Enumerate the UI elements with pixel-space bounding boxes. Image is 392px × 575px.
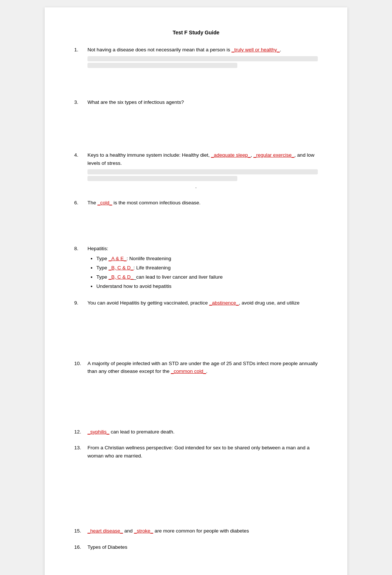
spacer: [74, 129, 318, 144]
page-title: Test F Study Guide: [74, 30, 318, 35]
q1-text: Not having a disease does not necessaril…: [87, 46, 318, 54]
q1-highlight: _truly well or healthy_: [231, 47, 280, 52]
q12-text: _syphilis_ can lead to premature death.: [87, 428, 318, 436]
spacer: [74, 497, 318, 512]
q4-highlight1: _adequate sleep_: [211, 152, 251, 158]
question-1: 1. Not having a disease does not necessa…: [74, 46, 318, 68]
q9-text: You can avoid Hepatitis by getting vacci…: [87, 299, 318, 307]
spacer: [74, 91, 318, 98]
q12-highlight: _syphilis_: [87, 429, 109, 435]
question-8: 8. Hepatitis: Type _A & E_: Nonlife thre…: [74, 245, 318, 291]
q16-text: Types of Diabetes: [87, 543, 318, 551]
blurred-line: [87, 169, 318, 174]
q15-highlight1: _heart disease_: [87, 528, 123, 534]
q15-text: _heart disease_ and _stroke_ are more co…: [87, 527, 318, 535]
q4-highlight2: _regular exercise_: [254, 152, 295, 158]
question-9: 9. You can avoid Hepatitis by getting va…: [74, 299, 318, 307]
q4-period: .: [74, 183, 318, 191]
list-item: Type _A & E_: Nonlife threatening: [96, 255, 318, 263]
q8-number: 8.: [74, 245, 85, 253]
q10-text: A majority of people infected with an ST…: [87, 360, 318, 375]
question-13: 13. From a Christian wellness perspectiv…: [74, 444, 318, 460]
q6-highlight: _cold_: [97, 200, 112, 205]
q15-number: 15.: [74, 527, 85, 535]
blurred-line: [87, 63, 237, 68]
q16-number: 16.: [74, 543, 85, 551]
document-page: Test F Study Guide 1. Not having a disea…: [45, 7, 347, 575]
spacer: [74, 345, 318, 360]
spacer: [74, 144, 318, 151]
spacer: [74, 114, 318, 129]
q8-label: Hepatitis:: [87, 245, 318, 253]
q9-number: 9.: [74, 299, 85, 307]
question-16: 16. Types of Diabetes: [74, 543, 318, 551]
question-6: 6. The _cold_ is the most common infecti…: [74, 199, 318, 207]
blurred-line: [87, 56, 318, 61]
list-item: Type _B, C & D__can lead to liver cancer…: [96, 273, 318, 282]
hep-highlight3: _B, C & D_: [109, 274, 134, 280]
question-3: 3. What are the six types of infectious …: [74, 98, 318, 106]
spacer: [74, 384, 318, 398]
q4-text: Keys to a healthy immune system include:…: [87, 151, 318, 167]
q13-text: From a Christian wellness perspective: G…: [87, 444, 318, 460]
q15-highlight2: _stroke_: [134, 528, 153, 534]
q10-highlight: _common cold_: [171, 368, 206, 374]
hep-highlight2: _B, C & D_: [109, 265, 134, 271]
q1-number: 1.: [74, 46, 85, 54]
q3-text: What are the six types of infectious age…: [87, 98, 318, 106]
list-item: Understand how to avoid hepatitis: [96, 282, 318, 291]
spacer: [74, 398, 318, 413]
q6-text: The _cold_ is the most common infectious…: [87, 199, 318, 207]
hep-highlight1: _A & E_: [109, 256, 127, 261]
q9-highlight: _abstinence_: [209, 300, 239, 306]
spacer: [74, 483, 318, 497]
question-12: 12. _syphilis_ can lead to premature dea…: [74, 428, 318, 436]
spacer: [74, 468, 318, 483]
q13-number: 13.: [74, 444, 85, 452]
spacer: [74, 215, 318, 230]
spacer: [74, 413, 318, 428]
q3-number: 3.: [74, 98, 85, 106]
spacer: [74, 330, 318, 345]
question-10: 10. A majority of people infected with a…: [74, 360, 318, 375]
blurred-line: [87, 176, 237, 181]
question-15: 15. _heart disease_ and _stroke_ are mor…: [74, 527, 318, 535]
spacer: [74, 76, 318, 91]
spacer: [74, 512, 318, 527]
list-item: Type _B, C & D_: Life threatening: [96, 264, 318, 272]
q4-number: 4.: [74, 151, 85, 159]
hepatitis-list: Type _A & E_: Nonlife threatening Type _…: [74, 255, 318, 291]
q12-number: 12.: [74, 428, 85, 436]
q10-number: 10.: [74, 360, 85, 368]
spacer: [74, 230, 318, 245]
q6-number: 6.: [74, 199, 85, 207]
question-4: 4. Keys to a healthy immune system inclu…: [74, 151, 318, 191]
spacer: [74, 315, 318, 330]
